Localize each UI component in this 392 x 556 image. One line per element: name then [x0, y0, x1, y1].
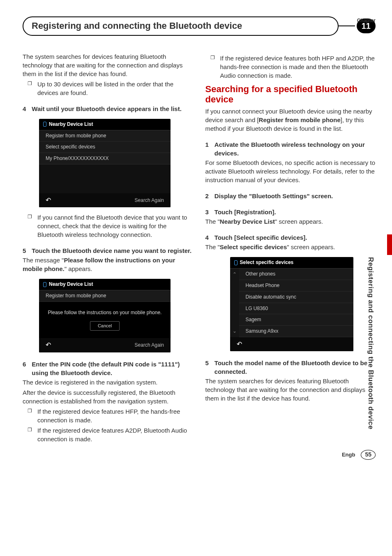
step-5-message: The message "Please follow the instructi… [23, 256, 193, 273]
top-bullet: If the registered device features both H… [220, 54, 376, 80]
list-item: Other phones [239, 269, 353, 280]
step-6-paragraph-1: The device is registered in the navigati… [23, 378, 193, 387]
bluetooth-icon [43, 282, 46, 287]
back-icon: ↶ [46, 341, 51, 350]
page-number: 55 [361, 450, 376, 460]
step-3-heading: 3 Touch [Registration]. [205, 208, 376, 216]
dialog-message: Please follow the instructions on your m… [39, 302, 171, 338]
step-6-bullet: If the registered device features A2DP, … [37, 426, 193, 443]
side-vertical-title: Registering and connecting the Bluetooth… [366, 257, 376, 429]
footer-lang: Engb [342, 451, 355, 459]
step-4-paragraph: The "Select specific devices" screen app… [205, 243, 376, 251]
list-item: LG U8360 [239, 303, 353, 315]
step-number: 4 [23, 104, 26, 113]
list-item: Register from mobile phone [39, 290, 171, 302]
list-item: My Phone/XXXXXXXXXXXX [39, 153, 171, 164]
list-item: Disable automatic sync [239, 292, 353, 303]
scroll-bar: ⌃ ⌄ [230, 269, 239, 337]
step-text: Touch [Select specific devices]. [214, 233, 307, 242]
screenshot-nearby-device-list-1: Nearby Device List Register from mobile … [39, 119, 171, 208]
back-icon: ↶ [46, 196, 51, 205]
step-number: 3 [205, 208, 209, 216]
search-again-button: Search Again [135, 197, 164, 204]
list-item: Select specific devices [39, 141, 171, 153]
cancel-button: Cancel [90, 321, 120, 331]
screenshot-select-specific-devices: Select specific devices ⌃ ⌄ Other phones… [230, 257, 353, 351]
step-text: Wait until your Bluetooth device appears… [32, 104, 182, 113]
step-text: Enter the PIN code (the default PIN code… [32, 360, 193, 377]
step-4-heading: 4 Wait until your Bluetooth device appea… [23, 104, 193, 113]
screenshot-title: Select specific devices [230, 257, 353, 269]
step-6-paragraph-2: After the device is successfully registe… [23, 388, 193, 405]
screenshot-title: Nearby Device List [39, 279, 171, 290]
list-item: Samsung A9xx [239, 326, 353, 337]
step-number: 5 [23, 246, 26, 255]
search-again-button: Search Again [135, 342, 164, 349]
step-2-heading: 2 Display the "Bluetooth Settings" scree… [205, 192, 376, 200]
step-number: 2 [205, 192, 209, 200]
section-intro: If you cannot connect your Bluetooth dev… [205, 107, 376, 133]
bluetooth-icon [234, 260, 238, 265]
step-text: Activate the Bluetooth wireless technolo… [214, 140, 376, 158]
bluetooth-icon [43, 122, 46, 127]
page-footer: Engb 55 [342, 450, 376, 460]
step-4-bullet: If you cannot find the Bluetooth device … [37, 213, 193, 239]
intro-bullet: Up to 30 devices will be listed in the o… [37, 80, 193, 97]
left-column: The system searches for devices featurin… [23, 52, 193, 445]
step-6-bullet: If the registered device features HFP, t… [37, 407, 193, 424]
list-item: Headset Phone [239, 280, 353, 292]
screenshot-nearby-device-list-2: Nearby Device List Register from mobile … [39, 279, 171, 352]
chapter-label: Chapter [357, 17, 376, 24]
right-column: If the registered device features both H… [205, 52, 376, 445]
scroll-down-icon: ⌄ [233, 328, 237, 335]
section-heading: Searching for a specified Bluetooth devi… [205, 84, 376, 105]
list-item: Sagem [239, 314, 353, 326]
step-number: 6 [23, 360, 26, 377]
step-4-heading: 4 Touch [Select specific devices]. [205, 233, 376, 242]
step-5-paragraph: The system searches for devices featurin… [205, 377, 376, 403]
step-number: 4 [205, 233, 209, 242]
back-icon: ↶ [237, 340, 242, 349]
step-text: Display the "Bluetooth Settings" screen. [214, 192, 333, 200]
step-text: Touch the Bluetooth device name you want… [32, 246, 191, 255]
page-header: Registering and connecting the Bluetooth… [23, 16, 376, 36]
step-5-heading: 5 Touch the model name of the Bluetooth … [205, 359, 376, 376]
step-5-heading: 5 Touch the Bluetooth device name you wa… [23, 246, 193, 255]
screenshot-title: Nearby Device List [39, 119, 171, 130]
header-title: Registering and connecting the Bluetooth… [23, 16, 339, 36]
step-text: Touch [Registration]. [214, 208, 276, 216]
step-number: 5 [205, 359, 209, 376]
step-3-paragraph: The "Nearby Device List" screen appears. [205, 217, 376, 226]
header-connector [339, 25, 355, 26]
step-6-heading: 6 Enter the PIN code (the default PIN co… [23, 360, 193, 377]
step-text: Touch the model name of the Bluetooth de… [214, 359, 376, 376]
side-tab-marker [387, 234, 392, 255]
list-item: Register from mobile phone [39, 130, 171, 142]
step-number: 1 [205, 140, 209, 158]
intro-paragraph: The system searches for devices featurin… [23, 52, 193, 78]
step-1-paragraph: For some Bluetooth devices, no specific … [205, 158, 376, 184]
scroll-up-icon: ⌃ [233, 271, 237, 278]
step-1-heading: 1 Activate the Bluetooth wireless techno… [205, 140, 376, 158]
